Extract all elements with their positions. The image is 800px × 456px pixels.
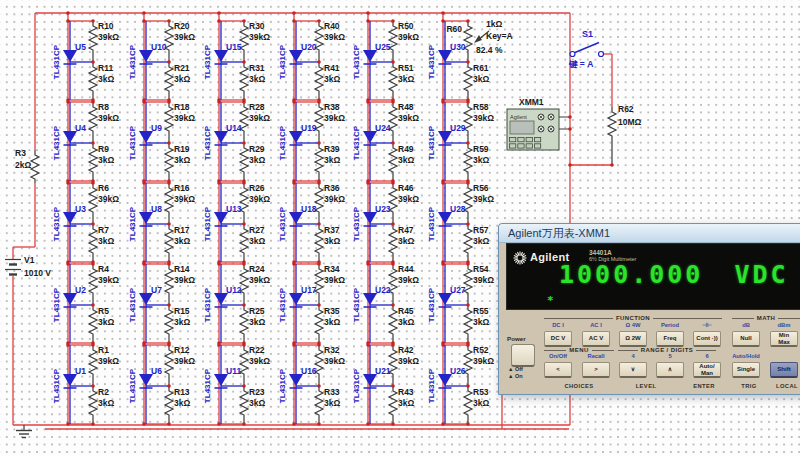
- button--2w[interactable]: Ω 2W: [619, 331, 647, 347]
- resistor-R54[interactable]: R5439kΩ: [464, 264, 494, 305]
- resistor-R21[interactable]: R213kΩ: [165, 62, 190, 100]
- tl431-U21[interactable]: U21TL431CP: [352, 345, 393, 424]
- resistor-R61[interactable]: R613kΩ: [464, 62, 489, 100]
- tl431-U18[interactable]: U18TL431CP: [278, 183, 319, 262]
- resistor-body[interactable]: [240, 345, 248, 386]
- button-null[interactable]: Null: [732, 331, 760, 347]
- resistor-R43[interactable]: R433kΩ: [389, 386, 414, 424]
- resistor-R9[interactable]: R93kΩ: [89, 143, 114, 181]
- resistor-R11[interactable]: R113kΩ: [89, 62, 114, 100]
- resistor-body[interactable]: [165, 224, 173, 262]
- resistor-body[interactable]: [165, 102, 173, 143]
- resistor-R49[interactable]: R493kΩ: [389, 143, 414, 181]
- resistor-body[interactable]: [165, 143, 173, 181]
- resistor-R58[interactable]: R5839kΩ: [464, 102, 494, 143]
- tl431-U1[interactable]: U1TL431CP: [52, 345, 93, 424]
- button-cont-[interactable]: Cont ·)): [693, 331, 721, 347]
- resistor-R51[interactable]: R513kΩ: [389, 62, 414, 100]
- resistor-body[interactable]: [89, 183, 97, 224]
- resistor-R57[interactable]: R573kΩ: [464, 224, 489, 262]
- resistor-body[interactable]: [464, 386, 472, 424]
- tl431-U16[interactable]: U16TL431CP: [278, 345, 319, 424]
- resistor-body[interactable]: [89, 143, 97, 181]
- multimeter-window[interactable]: Agilent万用表-XMM1 Agilent 34401A 6½ Digit …: [498, 223, 800, 395]
- tl431-U8[interactable]: U8TL431CP: [128, 183, 169, 262]
- resistor-R30[interactable]: R3039kΩ: [240, 21, 270, 62]
- resistor-body[interactable]: [89, 264, 97, 305]
- resistor-body[interactable]: [165, 264, 173, 305]
- resistor-body[interactable]: [389, 305, 397, 343]
- resistor-R29[interactable]: R293kΩ: [240, 143, 265, 181]
- resistor-R55[interactable]: R553kΩ: [464, 305, 489, 343]
- resistor-body[interactable]: [240, 143, 248, 181]
- tl431-U10[interactable]: U10TL431CP: [128, 21, 169, 100]
- button-ac-v[interactable]: AC V: [582, 331, 610, 347]
- button-∧[interactable]: ∧: [656, 362, 684, 378]
- resistor-R39[interactable]: R393kΩ: [315, 143, 340, 181]
- button-freq[interactable]: Freq: [656, 331, 684, 347]
- resistor-body[interactable]: [89, 102, 97, 143]
- resistor-R27[interactable]: R273kΩ: [240, 224, 265, 262]
- button-min-max[interactable]: MinMax: [770, 331, 798, 347]
- resistor-body[interactable]: [89, 62, 97, 100]
- resistor-R45[interactable]: R453kΩ: [389, 305, 414, 343]
- tl431-U26[interactable]: U26TL431CP: [427, 345, 468, 424]
- resistor-body[interactable]: [389, 143, 397, 181]
- tl431-U14[interactable]: U14TL431CP: [203, 102, 244, 181]
- tl431-U25[interactable]: U25TL431CP: [352, 21, 393, 100]
- tl431-U27[interactable]: U27TL431CP: [427, 264, 468, 343]
- resistor-body[interactable]: [315, 386, 323, 424]
- resistor-R37[interactable]: R373kΩ: [315, 224, 340, 262]
- resistor-R10[interactable]: R1039kΩ: [89, 21, 119, 62]
- resistor-body[interactable]: [89, 305, 97, 343]
- resistor-body[interactable]: [240, 62, 248, 100]
- resistor-R53[interactable]: R533kΩ: [464, 386, 489, 424]
- battery-V1[interactable]: V11010 V: [5, 255, 51, 278]
- button-auto-man[interactable]: Auto/Man: [693, 362, 721, 378]
- resistor-body[interactable]: [315, 62, 323, 100]
- resistor-R44[interactable]: R4439kΩ: [389, 264, 419, 305]
- resistor-body[interactable]: [389, 386, 397, 424]
- power-button[interactable]: [511, 344, 535, 367]
- tl431-U24[interactable]: U24TL431CP: [352, 102, 393, 181]
- potentiometer-R60[interactable]: R601kΩKey=A82.4 %: [446, 19, 512, 62]
- resistor-body[interactable]: [389, 224, 397, 262]
- resistor-R59[interactable]: R593kΩ: [464, 143, 489, 181]
- button-single[interactable]: Single: [732, 362, 760, 378]
- resistor-R23[interactable]: R233kΩ: [240, 386, 265, 424]
- resistor-body[interactable]: [31, 150, 39, 183]
- resistor-R38[interactable]: R3839kΩ: [315, 102, 345, 143]
- resistor-R62[interactable]: R6210MΩ: [608, 104, 642, 165]
- resistor-R14[interactable]: R1439kΩ: [165, 264, 195, 305]
- resistor-R15[interactable]: R153kΩ: [165, 305, 190, 343]
- multimeter-icon-XMM1[interactable]: AgilentXMM1: [507, 97, 559, 150]
- resistor-body[interactable]: [608, 107, 616, 165]
- window-titlebar[interactable]: Agilent万用表-XMM1: [499, 224, 800, 243]
- resistor-body[interactable]: [389, 62, 397, 100]
- button-dc-v[interactable]: DC V: [544, 331, 572, 347]
- resistor-R6[interactable]: R639kΩ: [89, 183, 119, 224]
- switch-S1[interactable]: S1键 = A: [568, 29, 604, 69]
- resistor-R32[interactable]: R3239kΩ: [315, 345, 345, 386]
- resistor-body[interactable]: [165, 183, 173, 224]
- tl431-U2[interactable]: U2TL431CP: [52, 264, 93, 343]
- resistor-body[interactable]: [89, 386, 97, 424]
- resistor-R24[interactable]: R2439kΩ: [240, 264, 270, 305]
- resistor-R36[interactable]: R3639kΩ: [315, 183, 345, 224]
- resistor-R7[interactable]: R73kΩ: [89, 224, 114, 262]
- tl431-U20[interactable]: U20TL431CP: [278, 21, 319, 100]
- resistor-body[interactable]: [89, 21, 97, 62]
- tl431-U13[interactable]: U13TL431CP: [203, 183, 244, 262]
- button->[interactable]: >: [582, 362, 610, 378]
- button-shift[interactable]: Shift: [770, 362, 798, 378]
- resistor-R28[interactable]: R2839kΩ: [240, 102, 270, 143]
- resistor-R33[interactable]: R333kΩ: [315, 386, 340, 424]
- resistor-R19[interactable]: R193kΩ: [165, 143, 190, 181]
- resistor-R48[interactable]: R4839kΩ: [389, 102, 419, 143]
- tl431-U15[interactable]: U15TL431CP: [203, 21, 244, 100]
- resistor-R56[interactable]: R5639kΩ: [464, 183, 494, 224]
- resistor-R46[interactable]: R4639kΩ: [389, 183, 419, 224]
- button-<[interactable]: <: [544, 362, 572, 378]
- tl431-U17[interactable]: U17TL431CP: [278, 264, 319, 343]
- resistor-body[interactable]: [464, 224, 472, 262]
